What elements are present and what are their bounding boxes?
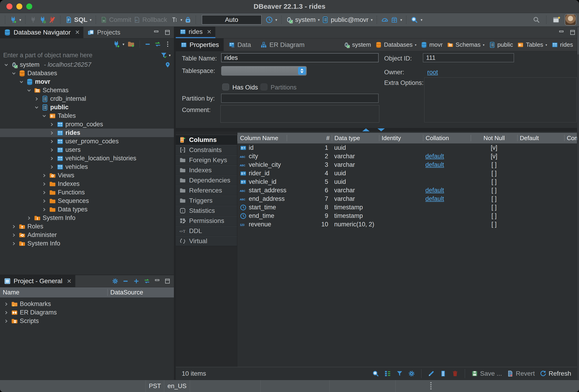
close-icon[interactable]: ✕ bbox=[75, 29, 80, 36]
tree-item-sequences[interactable]: Sequences bbox=[0, 197, 174, 205]
object-tab-foreign-keys[interactable]: Foreign Keys bbox=[176, 155, 237, 165]
active-connection-combo[interactable]: system▾ bbox=[286, 16, 320, 24]
active-database-combo[interactable]: public@movr▾ bbox=[321, 16, 373, 23]
filter-icon[interactable] bbox=[160, 52, 167, 59]
collapse-icon[interactable] bbox=[122, 278, 129, 284]
search-button[interactable]: ▾ bbox=[410, 16, 422, 24]
statusbar-drag-handle[interactable] bbox=[430, 382, 432, 390]
refresh-button[interactable]: Refresh bbox=[539, 370, 571, 377]
column-header-identity[interactable]: Identity bbox=[379, 135, 423, 141]
tree-item-system-info[interactable]: System Info bbox=[0, 214, 174, 222]
object-tab-references[interactable]: References bbox=[176, 185, 237, 196]
column-header-column-name[interactable]: Column Name bbox=[237, 135, 287, 141]
maximize-panel-icon[interactable] bbox=[164, 29, 171, 36]
editor-scrollbar[interactable] bbox=[577, 26, 579, 380]
breadcrumb-item-tables[interactable]: Tables ▾ bbox=[517, 41, 547, 48]
project-item-bookmarks[interactable]: Bookmarks bbox=[0, 300, 174, 308]
link-arrows-icon[interactable] bbox=[144, 278, 150, 284]
breadcrumb-item-movr[interactable]: movr bbox=[421, 41, 443, 48]
commit-button[interactable]: Commit bbox=[100, 16, 131, 23]
comment-textarea[interactable] bbox=[220, 105, 379, 123]
tree-item-tables[interactable]: Tables bbox=[0, 112, 174, 120]
extra-options-textarea[interactable] bbox=[424, 77, 577, 122]
collation-link[interactable]: default bbox=[425, 195, 444, 202]
subtab-properties[interactable]: Properties bbox=[176, 38, 224, 51]
tree-item-schemas[interactable]: Schemas bbox=[0, 86, 174, 95]
chev-down-icon[interactable] bbox=[34, 105, 40, 111]
collapse-down-icon[interactable] bbox=[377, 128, 385, 131]
chev-right-icon[interactable] bbox=[11, 232, 17, 238]
tree-item-system-info[interactable]: System Info bbox=[0, 239, 174, 248]
chev-right-icon[interactable] bbox=[49, 156, 55, 162]
chev-right-icon[interactable] bbox=[11, 224, 17, 229]
project-item-scripts[interactable]: Scripts bbox=[0, 317, 174, 325]
chev-right-icon[interactable] bbox=[41, 190, 47, 196]
object-tab-permissions[interactable]: Permissions bbox=[176, 216, 237, 226]
transaction-mode-button[interactable]: ▾ bbox=[171, 16, 182, 23]
chev-right-icon[interactable] bbox=[3, 301, 9, 307]
chev-right-icon[interactable] bbox=[11, 241, 17, 247]
filter-icon[interactable] bbox=[396, 370, 403, 377]
reconnect-button[interactable] bbox=[39, 16, 47, 24]
panel-splitter[interactable] bbox=[174, 26, 176, 380]
chev-right-icon[interactable] bbox=[34, 96, 40, 102]
column-header-default[interactable]: Default bbox=[517, 135, 564, 141]
save-button[interactable]: Save ... bbox=[471, 370, 502, 377]
table-row-end-address[interactable]: ABCend_address 7 varchar default [ ] bbox=[237, 195, 577, 203]
object-tab-triggers[interactable]: Triggers bbox=[176, 196, 237, 206]
chev-right-icon[interactable] bbox=[3, 310, 9, 316]
maximize-panel-icon[interactable] bbox=[569, 29, 576, 36]
tree-item-functions[interactable]: Functions bbox=[0, 188, 174, 197]
horizontal-sash[interactable] bbox=[176, 128, 577, 132]
subtab-er-diagram[interactable]: ER Diagram bbox=[256, 38, 309, 51]
close-icon[interactable]: ✕ bbox=[67, 278, 72, 284]
owner-link[interactable]: root bbox=[427, 69, 438, 76]
delete-icon[interactable] bbox=[451, 370, 459, 377]
column-header-comm[interactable]: Comm bbox=[564, 135, 577, 141]
object-tab-statistics[interactable]: i Statistics bbox=[176, 206, 237, 216]
tree-item-system[interactable]: system - localhost:26257 bbox=[0, 60, 174, 69]
locale-status[interactable]: en_US bbox=[164, 380, 190, 392]
table-name-input[interactable] bbox=[221, 53, 379, 62]
edit-icon[interactable] bbox=[428, 370, 435, 377]
object-tab-ddl[interactable]: <>T DDL bbox=[176, 226, 237, 236]
tab-project-general[interactable]: Project - General ✕ bbox=[0, 275, 75, 287]
tree-item-roles[interactable]: Roles bbox=[0, 222, 174, 231]
chev-down-icon[interactable] bbox=[41, 113, 47, 119]
table-row-start-time[interactable]: start_time 8 timestamp [ ] bbox=[237, 203, 577, 212]
minimize-panel-icon[interactable] bbox=[153, 29, 160, 36]
table-row-rider-id[interactable]: rider_id 4 uuid [ ] bbox=[237, 169, 577, 178]
tree-item-administer[interactable]: Administer bbox=[0, 231, 174, 239]
quick-search-button[interactable] bbox=[532, 16, 540, 24]
rollback-button[interactable]: Rollback bbox=[133, 16, 167, 23]
chev-right-icon[interactable] bbox=[3, 318, 9, 324]
object-filter[interactable]: Enter a part of object name here ▾ bbox=[0, 50, 174, 60]
minimize-panel-icon[interactable] bbox=[558, 29, 565, 36]
dashboard-button[interactable] bbox=[381, 16, 389, 24]
new-connection-toolbar-button[interactable]: ▾ bbox=[112, 40, 124, 48]
column-header-[interactable]: # bbox=[287, 135, 332, 141]
breadcrumb-item-system[interactable]: system bbox=[343, 41, 371, 48]
project-item-er-diagrams[interactable]: ER Diagrams bbox=[0, 308, 174, 317]
disconnect-button[interactable] bbox=[48, 16, 56, 24]
view-menu-button[interactable] bbox=[164, 41, 171, 48]
object-tab-virtual[interactable]: Virtual bbox=[176, 236, 237, 246]
tree-item-promo-codes[interactable]: promo_codes bbox=[0, 120, 174, 129]
new-connection-button[interactable]: ▾ bbox=[9, 16, 21, 24]
partitions-checkbox[interactable] bbox=[261, 84, 267, 90]
chev-down-icon[interactable] bbox=[26, 87, 32, 93]
chev-right-icon[interactable] bbox=[49, 121, 55, 127]
gear-icon[interactable] bbox=[408, 370, 415, 377]
chev-right-icon[interactable] bbox=[41, 172, 47, 178]
link-with-editor-button[interactable] bbox=[154, 41, 161, 48]
collation-link[interactable]: default bbox=[425, 153, 444, 160]
close-icon[interactable]: ✕ bbox=[207, 29, 212, 35]
transaction-log-button[interactable]: ▾ bbox=[265, 16, 277, 24]
has-oids-checkbox[interactable] bbox=[222, 84, 229, 90]
partition-by-input[interactable] bbox=[221, 94, 379, 103]
chev-right-icon[interactable] bbox=[49, 164, 55, 170]
tree-item-databases[interactable]: Databases bbox=[0, 69, 174, 77]
layout-icon[interactable] bbox=[384, 370, 391, 377]
breadcrumb-item-schemas[interactable]: Schemas ▾ bbox=[447, 41, 484, 48]
search-icon[interactable] bbox=[372, 370, 379, 377]
